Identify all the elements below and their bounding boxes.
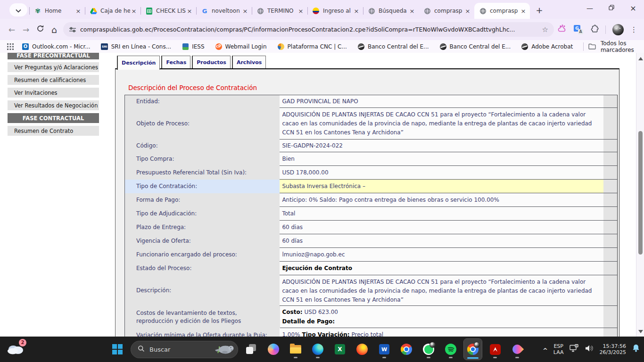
browser-tab-home[interactable]: ✾ Home ×	[29, 3, 85, 19]
row-value: 1.00% Tipo Variación: Precio total	[280, 328, 603, 337]
chrome-button[interactable]	[397, 339, 415, 360]
close-icon[interactable]: ×	[297, 8, 305, 15]
browser-tab-ingreso[interactable]: Ingreso al ×	[307, 3, 363, 19]
browser-tab-comprasp-active[interactable]: comprasp ×	[474, 3, 530, 19]
apps-grid-icon[interactable]	[7, 43, 14, 50]
chrome-icon	[401, 344, 412, 355]
file-explorer-button[interactable]	[287, 339, 305, 360]
row-value: USD 178,000.00	[280, 166, 603, 180]
sidebar-item-preguntas[interactable]: Ver Preguntas y/ó Aclaraciones	[8, 62, 99, 72]
browser-tab-noveltoon[interactable]: G noveltoon ×	[196, 3, 252, 19]
url-text[interactable]: compraspublicas.gob.ec/ProcesoContrataci…	[80, 26, 538, 33]
excel-button[interactable]: X	[331, 339, 349, 360]
bookmark-cnc[interactable]: Plataforma CNC | C...	[277, 43, 347, 50]
row-value: 60 días	[280, 234, 603, 248]
chrome-active-button[interactable]	[464, 339, 482, 360]
table-row-adjudicacion: Tipo de Adjudicación: Total	[125, 207, 617, 221]
bookmark-bce-2[interactable]: Banco Central del E...	[439, 43, 511, 50]
address-bar[interactable]: compraspublicas.gob.ec/ProcesoContrataci…	[63, 22, 554, 37]
close-icon[interactable]: ×	[130, 8, 138, 15]
spotify-button[interactable]	[442, 339, 460, 360]
tab-search-button[interactable]	[9, 3, 27, 16]
firefox-button[interactable]	[353, 339, 371, 360]
volume-icon[interactable]	[585, 345, 594, 354]
bookmark-webmail[interactable]: cPWebmail Login	[215, 43, 267, 50]
sidebar-item-calificaciones[interactable]: Resumen de calificaciones	[8, 75, 99, 85]
tray-chevron-icon[interactable]: ^	[543, 347, 548, 354]
profile-avatar[interactable]	[612, 24, 624, 35]
scrollbar-thumb[interactable]	[638, 131, 643, 255]
weather-widget[interactable]: 2	[7, 342, 25, 358]
variacion-pct: 1.00%	[282, 330, 300, 337]
close-icon[interactable]: ×	[186, 8, 193, 15]
translate-icon[interactable]: G A	[574, 25, 583, 34]
acrobat-button[interactable]	[486, 339, 504, 360]
bookmark-iess[interactable]: IESS	[182, 43, 204, 50]
forward-icon[interactable]: →	[19, 25, 33, 34]
restore-icon[interactable]	[601, 4, 622, 12]
start-button[interactable]	[108, 339, 126, 360]
row-value: Bien	[280, 152, 603, 166]
row-filler	[603, 248, 617, 262]
word-button[interactable]: W	[375, 339, 393, 360]
sidebar-item-resumen-contrato[interactable]: Resumen de Contrato	[8, 126, 99, 136]
close-icon[interactable]: ×	[74, 8, 82, 15]
new-tab-button[interactable]: +	[533, 3, 546, 16]
bookmark-acrobat[interactable]: Adobe Acrobat	[521, 43, 573, 50]
site-settings-icon[interactable]	[69, 26, 76, 33]
bookmark-sri[interactable]: SRISRI en Línea - Cons...	[101, 43, 171, 50]
extensions-puzzle-icon[interactable]	[590, 25, 599, 35]
sidebar-item-invitaciones[interactable]: Ver Invitaciones	[8, 88, 99, 98]
edge-button[interactable]	[309, 339, 327, 360]
whatsapp-button[interactable]	[420, 339, 438, 360]
tab-fechas[interactable]: Fechas	[161, 56, 190, 68]
browser-tab-checklist[interactable]: CHECK LIS ×	[140, 3, 196, 19]
close-icon[interactable]: ×	[353, 8, 360, 15]
keyboard-language[interactable]: ESPLAA	[553, 343, 564, 355]
row-value: ADQUISICIÓN DE PLANTAS INJERTAS DE CACAO…	[280, 108, 603, 140]
page-scrollbar[interactable]	[636, 53, 644, 337]
bookmark-bce-1[interactable]: Banco Central del E...	[357, 43, 429, 50]
copilot-button[interactable]	[264, 339, 282, 360]
back-icon[interactable]: ←	[5, 25, 19, 34]
tab-productos[interactable]: Productos	[192, 56, 231, 68]
divider	[583, 42, 584, 51]
notification-bell-icon[interactable]	[632, 344, 640, 355]
browser-tab-termino[interactable]: TERMINO ×	[252, 3, 307, 19]
chevron-down-icon	[16, 6, 21, 15]
ai-cloud-extension-icon[interactable]	[558, 25, 567, 35]
firefox-icon	[356, 344, 368, 355]
close-icon[interactable]: ×	[241, 8, 249, 15]
close-window-icon[interactable]: ×	[622, 4, 644, 13]
network-icon[interactable]: 8	[570, 344, 579, 354]
tab-archivos[interactable]: Archivos	[232, 56, 266, 68]
folder-icon	[588, 43, 596, 50]
cnc-icon	[277, 43, 285, 50]
scroll-down-icon[interactable]	[638, 330, 643, 333]
scroll-up-icon[interactable]	[638, 57, 643, 60]
tab-descripcion[interactable]: Descripción	[117, 56, 160, 70]
paint-drop-button[interactable]	[508, 339, 526, 360]
weather-badge: 2	[19, 339, 26, 346]
reload-icon[interactable]	[33, 25, 47, 34]
close-icon[interactable]: ×	[464, 8, 471, 15]
clock[interactable]: 15:37:5626/3/2025	[600, 343, 626, 355]
browser-tab-comprasp-1[interactable]: comprasp ×	[419, 3, 474, 19]
browser-tab-busqueda[interactable]: Búsqueda ×	[363, 3, 419, 19]
google-drive-icon	[90, 7, 97, 15]
close-icon[interactable]: ×	[520, 8, 527, 15]
table-row-presupuesto: Presupuesto Referencial Total (Sin Iva):…	[125, 166, 617, 180]
sidebar-item-negociacion[interactable]: Ver Resultados de Negociación	[8, 100, 99, 110]
table-row-funcionario: Funcionario encargado del proceso: lmuni…	[125, 248, 617, 262]
task-view-button[interactable]	[242, 339, 260, 360]
bookmark-star-icon[interactable]: ☆	[542, 25, 548, 34]
all-bookmarks[interactable]: Todos los marcadores	[583, 40, 637, 53]
row-label: Tipo de Contratación:	[125, 180, 280, 193]
close-icon[interactable]: ×	[408, 8, 416, 15]
minimize-icon[interactable]: —	[579, 4, 601, 12]
home-icon[interactable]: ⌂	[47, 25, 61, 35]
browser-tab-drive[interactable]: Caja de he ×	[85, 3, 140, 19]
bookmark-outlook[interactable]: OOutlook.com - Micr...	[22, 43, 91, 50]
taskbar-search[interactable]: Buscar	[131, 341, 238, 358]
menu-dots-icon[interactable]: ⋮	[630, 25, 637, 34]
